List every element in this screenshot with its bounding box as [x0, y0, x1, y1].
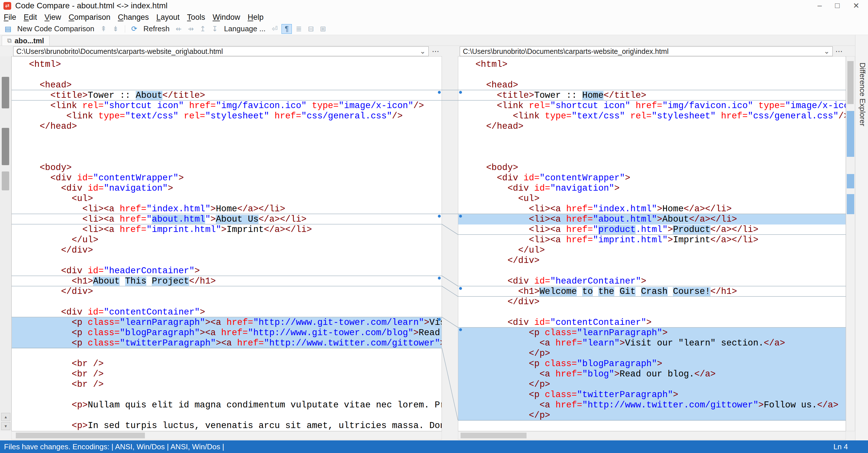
code-line[interactable]: </p>: [458, 379, 846, 390]
change-map-block[interactable]: [2, 77, 9, 108]
code-line[interactable]: </div>: [458, 255, 846, 266]
next-change-icon[interactable]: ⇟: [111, 24, 121, 34]
code-line[interactable]: <h1>About This Project</h1>: [12, 276, 442, 286]
menu-view[interactable]: View: [41, 13, 65, 22]
code-line[interactable]: <link rel="shortcut icon" href="img/favi…: [458, 101, 846, 111]
code-line[interactable]: [12, 132, 442, 142]
expand-regions-icon[interactable]: ⊞: [318, 24, 328, 34]
code-line[interactable]: </ul>: [12, 235, 442, 245]
left-change-map[interactable]: ▲ ▼: [0, 56, 11, 431]
menu-file[interactable]: File: [0, 13, 20, 22]
code-line[interactable]: <title>Tower :: Home</title>: [458, 90, 846, 101]
right-browse-button[interactable]: ⋯: [834, 46, 844, 56]
code-line[interactable]: <a href="learn">Visit our "learn" sectio…: [458, 338, 846, 348]
code-line[interactable]: </p>: [458, 348, 846, 359]
code-line[interactable]: <head>: [12, 80, 442, 90]
change-map-down-button[interactable]: ▼: [1, 422, 10, 430]
code-line[interactable]: <a href="blog">Read our blog.</a>: [458, 369, 846, 379]
prev-diff-icon[interactable]: ↥: [198, 24, 208, 34]
code-line[interactable]: <br />: [12, 379, 442, 390]
code-line[interactable]: [12, 152, 442, 163]
code-line[interactable]: <li><a href="imprint.html">Imprint</a></…: [458, 235, 846, 245]
change-map-block[interactable]: [2, 128, 9, 165]
change-map-up-button[interactable]: ▲: [1, 413, 10, 421]
document-tab[interactable]: ⧉ abo...tml: [2, 36, 50, 45]
code-line[interactable]: <div id="contentContainer">: [12, 307, 442, 317]
code-line[interactable]: <html>: [12, 59, 442, 70]
next-diff-icon[interactable]: ↧: [210, 24, 220, 34]
copy-to-right-icon[interactable]: ⇸: [186, 24, 196, 34]
scrollbar-thumb[interactable]: [461, 433, 527, 439]
code-line[interactable]: <title>Tower :: About</title>: [12, 90, 442, 101]
code-line[interactable]: [458, 266, 846, 276]
chevron-down-icon[interactable]: ⌄: [420, 47, 426, 55]
code-line[interactable]: [458, 70, 846, 80]
code-line[interactable]: <a href="http://www.twitter.com/gittower…: [458, 400, 846, 410]
code-line[interactable]: </head>: [458, 121, 846, 132]
scrollbar-thumb[interactable]: [16, 433, 145, 439]
code-line[interactable]: <h1>Welcome to the Git Crash Course!</h1…: [458, 286, 846, 297]
chevron-down-icon[interactable]: ⌄: [824, 47, 830, 55]
code-line[interactable]: <li><a href="imprint.html">Imprint</a></…: [12, 225, 442, 235]
code-line[interactable]: [12, 255, 442, 266]
right-file-path-combobox[interactable]: C:\Users\brunobrito\Documents\carparts-w…: [460, 46, 833, 56]
code-line[interactable]: <p>Nullam quis elit id magna condimentum…: [12, 400, 442, 410]
code-line[interactable]: <br />: [12, 369, 442, 379]
code-line[interactable]: [12, 410, 442, 421]
menu-edit[interactable]: Edit: [20, 13, 41, 22]
code-line[interactable]: <p>In sed turpis luctus, venenatis arcu …: [12, 421, 442, 431]
change-map-block[interactable]: [2, 171, 9, 190]
code-line[interactable]: <body>: [12, 163, 442, 173]
code-line[interactable]: [458, 142, 846, 152]
new-comparison-icon[interactable]: ▤: [3, 24, 13, 34]
left-code-editor[interactable]: <html> <head> <title>Tower :: About</tit…: [11, 56, 442, 431]
menu-tools[interactable]: Tools: [183, 13, 209, 22]
code-line[interactable]: <ul>: [458, 194, 846, 204]
vertical-scrollbar[interactable]: [846, 56, 855, 431]
code-line[interactable]: [12, 297, 442, 307]
code-line[interactable]: </head>: [12, 121, 442, 132]
code-line[interactable]: <li><a href="about.html">About Us</a></l…: [12, 214, 442, 225]
refresh-icon[interactable]: ⟳: [129, 24, 140, 34]
new-comparison-label[interactable]: New Code Comparison: [15, 24, 97, 33]
code-line[interactable]: </div>: [12, 286, 442, 297]
menu-comparison[interactable]: Comparison: [65, 13, 114, 22]
code-line[interactable]: [12, 390, 442, 400]
code-line[interactable]: [12, 70, 442, 80]
line-numbers-icon[interactable]: ≣: [293, 24, 304, 34]
code-line[interactable]: <li><a href="product.html">Product</a></…: [458, 225, 846, 235]
code-line[interactable]: [12, 142, 442, 152]
code-line[interactable]: <div id="contentWrapper">: [12, 173, 442, 183]
code-line[interactable]: <link type="text/css" rel="stylesheet" h…: [458, 111, 846, 121]
code-line[interactable]: <div id="headerContainer">: [458, 276, 846, 286]
right-code-editor[interactable]: <html> <head> <title>Tower :: Home</titl…: [458, 56, 846, 431]
code-line[interactable]: <html>: [458, 59, 846, 70]
code-line[interactable]: [12, 348, 442, 359]
collapse-regions-icon[interactable]: ⊟: [306, 24, 316, 34]
code-line[interactable]: <div id="headerContainer">: [12, 266, 442, 276]
code-line[interactable]: <li><a href="index.html">Home</a></li>: [458, 204, 846, 214]
code-line[interactable]: <p class="blogParagraph"><a href="http:/…: [12, 328, 442, 338]
code-line[interactable]: <p class="learnParagraph"><a href="http:…: [12, 317, 442, 328]
left-horizontal-scrollbar[interactable]: [11, 431, 442, 440]
menu-changes[interactable]: Changes: [114, 13, 153, 22]
menu-layout[interactable]: Layout: [153, 13, 183, 22]
code-line[interactable]: <link type="text/css" rel="stylesheet" h…: [12, 111, 442, 121]
code-line[interactable]: <p class="blogParagraph">: [458, 359, 846, 369]
code-line[interactable]: <ul>: [12, 194, 442, 204]
code-line[interactable]: </div>: [12, 245, 442, 255]
code-line[interactable]: <li><a href="about.html">About</a></li>: [458, 214, 846, 225]
code-line[interactable]: [458, 152, 846, 163]
code-line[interactable]: <body>: [458, 163, 846, 173]
code-line[interactable]: <link rel="shortcut icon" href="img/favi…: [12, 101, 442, 111]
code-line[interactable]: <p class="twitterParagraph">: [458, 390, 846, 400]
prev-change-icon[interactable]: ⇞: [98, 24, 109, 34]
left-browse-button[interactable]: ⋯: [430, 46, 441, 56]
scrollbar-thumb[interactable]: [847, 61, 854, 104]
code-line[interactable]: <li><a href="index.html">Home</a></li>: [12, 204, 442, 214]
minimize-button[interactable]: –: [817, 1, 822, 10]
code-line[interactable]: <div id="navigation">: [458, 183, 846, 194]
code-line[interactable]: <head>: [458, 80, 846, 90]
menu-window[interactable]: Window: [209, 13, 244, 22]
code-line[interactable]: </p>: [458, 410, 846, 421]
